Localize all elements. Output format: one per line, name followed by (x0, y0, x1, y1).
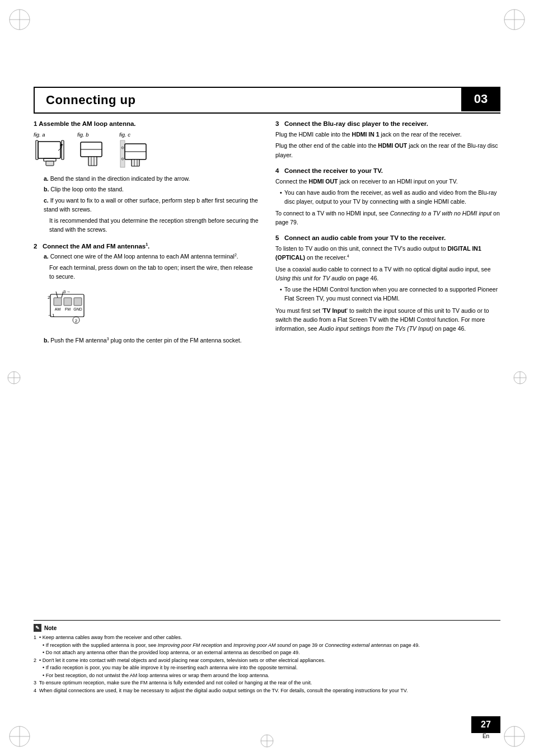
svg-rect-45 (74, 298, 82, 306)
svg-rect-23 (62, 140, 64, 159)
note-icon: ✎ (34, 624, 41, 632)
svg-text:FM: FM (65, 307, 71, 311)
note-item-1b: • If reception with the supplied antenna… (34, 642, 500, 650)
svg-rect-22 (36, 140, 38, 159)
step1-note: It is recommended that you determine the… (34, 216, 259, 234)
svg-rect-44 (64, 298, 72, 306)
figure-a: fig. a (34, 132, 66, 168)
svg-rect-43 (54, 298, 62, 306)
step2-item-a: a. Connect one wire of the AM loop anten… (34, 252, 259, 261)
svg-rect-32 (120, 140, 125, 167)
svg-text:3→: 3→ (63, 289, 70, 294)
corner-mark-bl (6, 722, 34, 750)
left-column: 1 Assemble the AM loop antenna. fig. a (34, 120, 259, 611)
main-content: 1 Assemble the AM loop antenna. fig. a (34, 120, 500, 694)
page: Connecting up 03 1 Assemble the AM loop … (0, 0, 534, 756)
fig-a-image (34, 139, 66, 168)
mid-mark-bottom (259, 732, 275, 750)
step1-item-b: b. Clip the loop onto the stand. (34, 185, 259, 194)
corner-mark-br (500, 722, 528, 750)
step5-para3: You must first set 'TV Input' to switch … (275, 306, 500, 334)
svg-rect-25 (46, 161, 54, 166)
chapter-header: Connecting up 03 (34, 87, 500, 114)
note-item-1c: • Do not attach any antenna other than t… (34, 649, 500, 657)
chapter-number: 03 (461, 87, 500, 111)
step2-detail: For each terminal, press down on the tab… (34, 263, 259, 281)
svg-text:AM: AM (55, 307, 61, 311)
footer: 27 En (471, 716, 500, 739)
note-item-2b: • If radio reception is poor, you may be… (34, 664, 500, 672)
step4-para2: To connect to a TV with no HDMI input, s… (275, 209, 500, 227)
note-item-4: 4 When digital connections are used, it … (34, 687, 500, 695)
step1-heading: 1 Assemble the AM loop antenna. (34, 120, 259, 127)
two-column-layout: 1 Assemble the AM loop antenna. fig. a (34, 120, 500, 611)
step2-heading: 2 Connect the AM and FM antennas1. (34, 242, 259, 250)
figure-c: fig. c (119, 132, 156, 168)
note-item-2c: • For best reception, do not untwist the… (34, 672, 500, 680)
right-column: 3 Connect the Blu-ray disc player to the… (275, 120, 500, 611)
page-number: 27 (471, 716, 500, 733)
page-lang: En (471, 733, 500, 739)
step1-item-a: a. Bend the stand in the direction indic… (34, 174, 259, 183)
step5-bullet1: To use the HDMI Control function when yo… (280, 285, 500, 303)
figure-b: fig. b (77, 132, 108, 168)
svg-text:2: 2 (75, 318, 78, 323)
svg-text:←1: ←1 (48, 313, 55, 318)
fig-c-label: fig. c (119, 132, 130, 138)
step4-heading: 4 Connect the receiver to your TV. (275, 167, 500, 174)
mid-mark-right (512, 369, 528, 387)
note-section: ✎ Note 1 • Keep antenna cables away from… (34, 620, 500, 694)
step3-heading: 3 Connect the Blu-ray disc player to the… (275, 120, 500, 127)
step4-bullet1: You can have audio from the receiver, as… (280, 188, 500, 206)
svg-text:2: 2 (48, 295, 50, 300)
terminal-diagram: AM FM GND ←1 2 3→ 2 (45, 289, 90, 328)
svg-rect-21 (38, 142, 60, 158)
fig-a-label: fig. a (34, 132, 45, 138)
fig-c-image (119, 139, 156, 168)
step1-item-c: c. If you want to fix to a wall or other… (34, 196, 259, 214)
step4-para1: Connect the HDMI OUT jack on receiver to… (275, 177, 500, 186)
figures-row: fig. a (34, 132, 259, 168)
corner-mark-tr (500, 6, 528, 34)
step5-heading: 5 Connect an audio cable from your TV to… (275, 234, 500, 241)
svg-rect-29 (88, 157, 97, 166)
step5-para2: Use a coaxial audio cable to connect to … (275, 265, 500, 283)
svg-rect-35 (132, 159, 139, 166)
step3-para2: Plug the other end of the cable into the… (275, 141, 500, 159)
note-item-3: 3 To ensure optimum reception, make sure… (34, 679, 500, 687)
step2-item-b: b. Push the FM antenna3 plug onto the ce… (34, 336, 259, 345)
note-item-1: 1 • Keep antenna cables away from the re… (34, 634, 500, 642)
fig-b-label: fig. b (77, 132, 89, 138)
fig-b-image (77, 139, 108, 168)
svg-text:GND: GND (73, 307, 82, 311)
note-item-2: 2 • Don't let it come into contact with … (34, 657, 500, 665)
step3-para1: Plug the HDMI cable into the HDMI IN 1 j… (275, 130, 500, 139)
note-label: Note (44, 625, 57, 631)
corner-mark-tl (6, 6, 34, 34)
page-title: Connecting up (35, 93, 500, 107)
mid-mark-left (6, 369, 22, 387)
note-header: ✎ Note (34, 624, 500, 632)
step5-para1: To listen to TV audio on this unit, conn… (275, 244, 500, 262)
